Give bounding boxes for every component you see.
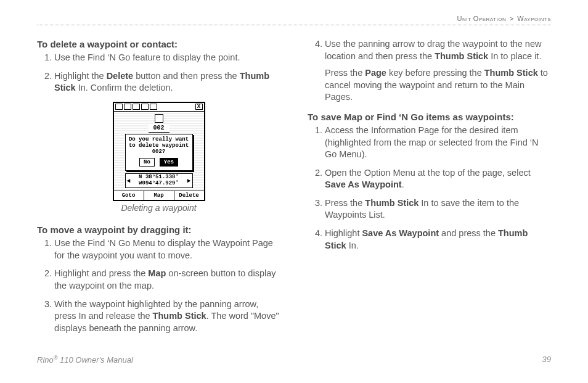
breadcrumb: Unit Operation > Waypoints	[457, 15, 551, 22]
titlebar-icon	[141, 104, 149, 110]
bold-thumb-stick: Thumb Stick	[484, 68, 538, 78]
arrow-right-icon: ►	[187, 178, 190, 184]
heading-move-waypoint: To move a waypoint by dragging it:	[37, 224, 280, 236]
text: Press the	[325, 68, 365, 78]
list-item: Highlight the Delete button and then pre…	[54, 70, 280, 94]
list-move-waypoint: Use the Find ‘N Go Menu to display the W…	[37, 237, 280, 334]
page-footer: Rino® 110 Owner's Manual 39	[37, 355, 551, 364]
text: .	[402, 179, 404, 189]
bold-save-as-waypoint: Save As Waypoint	[362, 228, 439, 238]
bold-delete: Delete	[107, 71, 134, 81]
device-bottom-buttons: Goto Map Delete	[114, 191, 204, 200]
list-item: Use the panning arrow to drag the waypoi…	[325, 38, 551, 62]
coord-line: W094°47.929'	[139, 180, 179, 186]
list-save-waypoints: Access the Information Page for the desi…	[308, 125, 551, 252]
cancel-move-paragraph: Press the Page key before pressing the T…	[325, 67, 551, 104]
titlebar-icon	[115, 104, 123, 110]
text: In to place it.	[488, 51, 541, 61]
dialog-buttons: No Yes	[128, 158, 190, 167]
list-item: Highlight Save As Waypoint and press the…	[325, 228, 551, 252]
breadcrumb-section: Unit Operation	[457, 15, 506, 22]
text: Highlight the	[54, 71, 107, 81]
heading-delete-waypoint: To delete a waypoint or contact:	[37, 38, 280, 51]
titlebar-icon	[150, 104, 157, 110]
text: Highlight	[325, 228, 362, 238]
page-number: 39	[542, 355, 551, 364]
footer-left: Rino® 110 Owner's Manual	[37, 355, 133, 364]
dialog-yes-button: Yes	[160, 158, 178, 167]
heading-save-waypoints: To save Map or Find ‘N Go items as waypo…	[308, 111, 551, 123]
header-rule	[37, 25, 551, 25]
bold-thumb-stick: Thumb Stick	[153, 311, 206, 321]
figure-delete-waypoint: X 002 Do you really want to delete waypo…	[37, 102, 280, 214]
close-icon: X	[195, 104, 203, 110]
right-column: Use the panning arrow to drag the waypoi…	[308, 38, 551, 342]
text: Use the Find ‘N Go feature to display th…	[54, 52, 240, 62]
dialog-no-button: No	[139, 158, 155, 167]
content-columns: To delete a waypoint or contact: Use the…	[37, 38, 551, 342]
text: button and then press the	[133, 71, 240, 81]
breadcrumb-sep: >	[508, 15, 515, 22]
map-button: Map	[144, 191, 174, 200]
delete-button: Delete	[174, 191, 204, 200]
text: In.	[346, 241, 359, 250]
text: Use the Find ‘N Go Menu to display the W…	[54, 238, 273, 260]
titlebar-icon	[133, 104, 140, 110]
device-titlebar: X	[114, 103, 204, 112]
list-item: Use the Find ‘N Go Menu to display the W…	[54, 237, 280, 262]
waypoint-name: 002	[149, 124, 169, 133]
text: In. Confirm the deletion.	[76, 83, 173, 93]
bold-map: Map	[148, 268, 166, 278]
figure-caption: Deleting a waypoint	[37, 202, 280, 214]
text: Access the Information Page for the desi…	[325, 125, 539, 159]
list-item: Access the Information Page for the desi…	[325, 125, 551, 161]
device-screenshot: X 002 Do you really want to delete waypo…	[113, 102, 205, 201]
confirm-dialog: Do you really want to delete waypoint 00…	[125, 134, 193, 171]
coord-line: N 38°51.338'	[139, 174, 179, 180]
text: and press the	[439, 228, 498, 238]
list-move-waypoint-cont: Use the panning arrow to drag the waypoi…	[308, 38, 551, 62]
list-delete-waypoint: Use the Find ‘N Go feature to display th…	[37, 52, 280, 94]
bold-thumb-stick: Thumb Stick	[365, 198, 419, 208]
bold-save-as-waypoint: Save As Waypoint	[325, 179, 402, 189]
text: key before pressing the	[386, 68, 484, 78]
list-item: Open the Option Menu at the top of the p…	[325, 167, 551, 191]
list-item: Use the Find ‘N Go feature to display th…	[54, 52, 280, 64]
list-item: Press the Thumb Stick In to save the ite…	[325, 197, 551, 221]
text: Press the	[325, 198, 365, 208]
left-column: To delete a waypoint or contact: Use the…	[37, 38, 280, 342]
manual-title: 110 Owner's Manual	[57, 355, 133, 364]
coords-text: N 38°51.338' W094°47.929'	[139, 175, 179, 187]
waypoint-flag-icon	[155, 114, 163, 123]
device-body: 002 Do you really want to delete waypoin…	[114, 112, 204, 191]
titlebar-icon	[124, 104, 131, 110]
text: Open the Option Menu at the top of the p…	[325, 168, 531, 178]
product-name: Rino	[37, 355, 54, 364]
list-item: Highlight and press the Map on-screen bu…	[54, 268, 280, 292]
goto-button: Goto	[114, 191, 144, 200]
coords-box: ◄ N 38°51.338' W094°47.929' ►	[125, 173, 193, 188]
arrow-left-icon: ◄	[127, 178, 131, 184]
dialog-line: 002?	[128, 149, 190, 155]
list-item: With the waypoint highlighted by the pan…	[54, 299, 280, 335]
breadcrumb-page: Waypoints	[517, 15, 551, 22]
text: Highlight and press the	[54, 268, 148, 278]
bold-page: Page	[365, 68, 386, 78]
bold-thumb-stick: Thumb Stick	[435, 51, 488, 61]
